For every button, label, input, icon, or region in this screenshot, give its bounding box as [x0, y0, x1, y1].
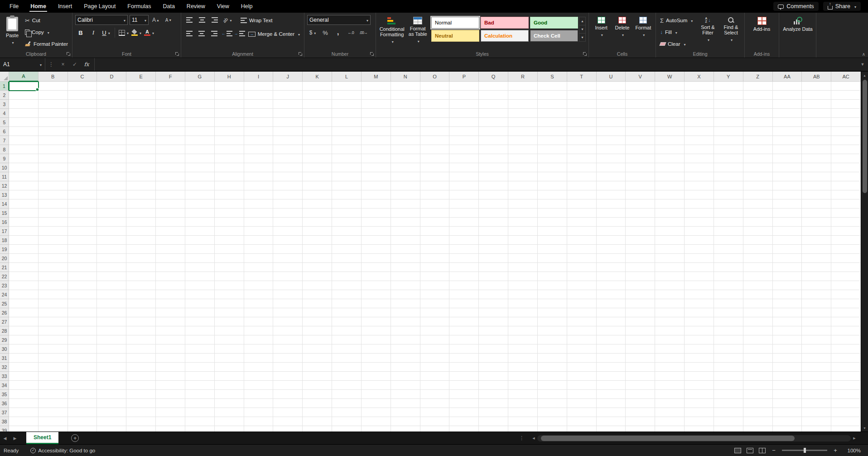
cell-v33[interactable]: [626, 372, 655, 381]
cell-r8[interactable]: [508, 145, 538, 154]
cell-aa10[interactable]: [773, 163, 802, 172]
cell-c7[interactable]: [68, 136, 97, 145]
cell-q14[interactable]: [479, 199, 508, 209]
cell-e34[interactable]: [126, 381, 156, 390]
cell-z3[interactable]: [743, 100, 773, 109]
cell-ac27[interactable]: [831, 317, 861, 326]
cell-z5[interactable]: [743, 118, 773, 127]
cell-j14[interactable]: [273, 199, 303, 209]
cell-b10[interactable]: [39, 163, 68, 172]
sheet-tab-sheet1[interactable]: Sheet1: [26, 432, 58, 444]
cell-j25[interactable]: [273, 299, 303, 308]
cell-y31[interactable]: [714, 354, 743, 363]
cell-h6[interactable]: [215, 127, 244, 136]
cell-k31[interactable]: [303, 354, 332, 363]
cell-b16[interactable]: [39, 218, 68, 227]
cell-g24[interactable]: [185, 290, 215, 299]
cell-q36[interactable]: [479, 399, 508, 408]
cell-x18[interactable]: [685, 236, 714, 245]
cell-l17[interactable]: [332, 227, 362, 236]
cell-i4[interactable]: [244, 109, 274, 118]
cell-l1[interactable]: [332, 82, 362, 91]
cell-q30[interactable]: [479, 344, 508, 354]
cell-l11[interactable]: [332, 172, 362, 181]
cell-y38[interactable]: [714, 417, 743, 426]
cell-ac38[interactable]: [831, 417, 861, 426]
cell-h29[interactable]: [215, 335, 244, 344]
cell-z38[interactable]: [743, 417, 773, 426]
column-header-y[interactable]: Y: [714, 72, 743, 82]
cell-a8[interactable]: [9, 145, 39, 154]
cell-z35[interactable]: [743, 390, 773, 399]
cell-r19[interactable]: [508, 245, 538, 254]
cell-ac29[interactable]: [831, 335, 861, 344]
cell-i22[interactable]: [244, 272, 274, 281]
cell-t32[interactable]: [567, 363, 597, 372]
cell-u5[interactable]: [597, 118, 626, 127]
cell-e1[interactable]: [126, 82, 156, 91]
cell-e38[interactable]: [126, 417, 156, 426]
cell-t12[interactable]: [567, 181, 597, 190]
cell-h5[interactable]: [215, 118, 244, 127]
cell-a34[interactable]: [9, 381, 39, 390]
cell-ac7[interactable]: [831, 136, 861, 145]
cell-u33[interactable]: [597, 372, 626, 381]
cell-k3[interactable]: [303, 100, 332, 109]
cell-c34[interactable]: [68, 381, 97, 390]
cell-j8[interactable]: [273, 145, 303, 154]
cell-g32[interactable]: [185, 363, 215, 372]
cell-x37[interactable]: [685, 408, 714, 417]
cell-k32[interactable]: [303, 363, 332, 372]
cell-h17[interactable]: [215, 227, 244, 236]
cell-n6[interactable]: [391, 127, 420, 136]
tab-data[interactable]: Data: [157, 0, 180, 13]
cell-k11[interactable]: [303, 172, 332, 181]
cell-r11[interactable]: [508, 172, 538, 181]
cell-q34[interactable]: [479, 381, 508, 390]
cell-k15[interactable]: [303, 209, 332, 218]
cell-n33[interactable]: [391, 372, 420, 381]
cell-a4[interactable]: [9, 109, 39, 118]
cell-i38[interactable]: [244, 417, 274, 426]
cell-k14[interactable]: [303, 199, 332, 209]
cell-d13[interactable]: [97, 190, 126, 199]
cell-h27[interactable]: [215, 317, 244, 326]
cell-w12[interactable]: [655, 181, 685, 190]
row-header-3[interactable]: 3: [0, 100, 9, 109]
cell-aa37[interactable]: [773, 408, 802, 417]
cell-i16[interactable]: [244, 218, 274, 227]
cell-o10[interactable]: [420, 163, 450, 172]
cell-j26[interactable]: [273, 308, 303, 317]
cell-aa8[interactable]: [773, 145, 802, 154]
cell-i35[interactable]: [244, 390, 274, 399]
cell-q16[interactable]: [479, 218, 508, 227]
cell-t36[interactable]: [567, 399, 597, 408]
cell-l18[interactable]: [332, 236, 362, 245]
cell-ab38[interactable]: [802, 417, 831, 426]
cell-p24[interactable]: [449, 290, 479, 299]
cell-p10[interactable]: [449, 163, 479, 172]
cell-j32[interactable]: [273, 363, 303, 372]
cell-c2[interactable]: [68, 91, 97, 100]
cell-n13[interactable]: [391, 190, 420, 199]
cell-x4[interactable]: [685, 109, 714, 118]
cell-i13[interactable]: [244, 190, 274, 199]
cell-v35[interactable]: [626, 390, 655, 399]
cell-m16[interactable]: [362, 218, 391, 227]
cell-x30[interactable]: [685, 344, 714, 354]
cell-ac20[interactable]: [831, 254, 861, 263]
cell-t9[interactable]: [567, 154, 597, 163]
autosum-button[interactable]: AutoSum: [659, 15, 695, 26]
column-header-i[interactable]: I: [244, 72, 274, 82]
cell-q19[interactable]: [479, 245, 508, 254]
cell-m24[interactable]: [362, 290, 391, 299]
column-header-p[interactable]: P: [449, 72, 479, 82]
cell-z34[interactable]: [743, 381, 773, 390]
cell-o11[interactable]: [420, 172, 450, 181]
format-as-table-button[interactable]: Format as Table: [407, 15, 429, 49]
cell-n30[interactable]: [391, 344, 420, 354]
cell-t39[interactable]: [567, 426, 597, 432]
cell-a17[interactable]: [9, 227, 39, 236]
cell-o21[interactable]: [420, 263, 450, 272]
cell-n18[interactable]: [391, 236, 420, 245]
